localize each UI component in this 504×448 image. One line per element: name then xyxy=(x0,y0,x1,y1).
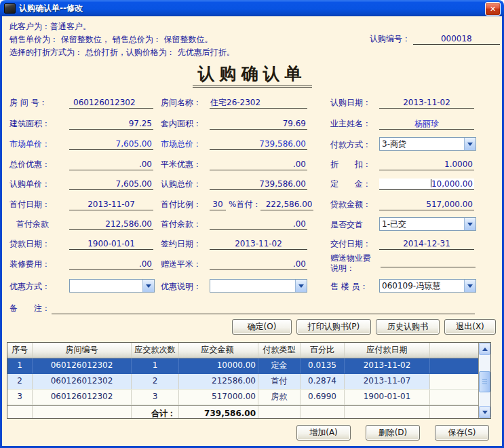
owner-name-field[interactable]: 杨丽珍 xyxy=(379,118,474,130)
gift-sqm-label: 赠送平米： xyxy=(161,259,210,270)
scrollbar-thumb[interactable] xyxy=(479,371,490,392)
inner-area-field[interactable]: 79.69 xyxy=(210,118,307,130)
purchase-unit-price-label: 认购单价： xyxy=(9,179,69,190)
payment-method-dropdown-icon[interactable] xyxy=(464,138,476,150)
build-area-field[interactable]: 97.25 xyxy=(69,118,153,130)
discount-method-select[interactable] xyxy=(69,279,155,293)
first-pay-ratio-label: 首付比例： xyxy=(161,199,210,210)
first-pay-balance-left-field[interactable]: 212,586.00 xyxy=(69,219,153,230)
cell-room-no: 060126012302 xyxy=(33,358,132,373)
col-header-seq[interactable]: 序号 xyxy=(7,343,33,358)
window-title: 认购确认单--修改 xyxy=(19,3,83,14)
cell-installment: 1 xyxy=(132,358,179,373)
purchase-unit-price-field[interactable]: 7,605.00 xyxy=(69,179,153,190)
cell-percent: 0.0135 xyxy=(301,358,345,373)
discount-field[interactable]: 1.0000 xyxy=(379,159,474,170)
cell-pay-type: 定金 xyxy=(258,358,301,373)
cell-seq: 2 xyxy=(7,374,33,389)
vertical-scrollbar[interactable] xyxy=(478,343,490,418)
order-no-label: 认购编号： xyxy=(370,33,410,45)
col-header-amount[interactable]: 应交金额 xyxy=(179,343,258,358)
payment-method-select[interactable]: 3-商贷 xyxy=(379,137,476,151)
col-header-due-date[interactable]: 应付款日期 xyxy=(345,343,430,358)
paid-first-label: 是否交首 xyxy=(330,219,379,231)
title-bar[interactable]: 认购确认单--修改 ✕ xyxy=(0,0,504,16)
col-header-pay-type[interactable]: 付款类型 xyxy=(258,343,301,358)
remark-label: 备 注： xyxy=(9,303,52,314)
salesperson-label: 售 楼 员： xyxy=(330,281,379,293)
cell-blank xyxy=(430,374,478,389)
decoration-fee-label: 装修费用： xyxy=(9,259,69,270)
first-pay-balance-mid-field[interactable]: .00 xyxy=(210,219,307,230)
close-icon[interactable]: ✕ xyxy=(485,2,501,16)
history-purchase-button[interactable]: 历史认购书 xyxy=(376,319,440,335)
col-header-room-no[interactable]: 房间编号 xyxy=(33,343,132,358)
paid-first-dropdown-icon[interactable] xyxy=(464,218,476,230)
payment-schedule-table: 序号 房间编号 应交款次数 应交金额 付款类型 百分比 应付款日期 1 0601… xyxy=(7,342,491,419)
order-no-value[interactable]: 000018 xyxy=(413,33,500,45)
delivery-date-field[interactable]: 2014-12-31 xyxy=(379,238,474,250)
scrollbar-track[interactable] xyxy=(479,355,490,406)
exit-button[interactable]: 退出(X) xyxy=(444,319,496,335)
salesperson-select[interactable]: 060109-冯琼慧 xyxy=(379,279,476,293)
gift-sqm-field[interactable]: .00 xyxy=(210,259,307,270)
col-header-blank xyxy=(430,343,478,358)
gift-property-note-field[interactable] xyxy=(381,256,476,267)
room-no-field[interactable]: 060126012302 xyxy=(69,97,153,109)
first-pay-date-field[interactable]: 2013-11-07 xyxy=(69,199,153,210)
table-row[interactable]: 1 060126012302 1 10000.00 定金 0.0135 2013… xyxy=(7,358,478,374)
purchase-date-field[interactable]: 2013-11-02 xyxy=(379,97,474,109)
decoration-fee-field[interactable]: .00 xyxy=(69,259,153,270)
room-no-label: 房 间 号： xyxy=(9,97,69,109)
remark-field[interactable] xyxy=(52,303,475,314)
info-customer-type: 此客户为：普通客户。 xyxy=(9,21,91,33)
deposit-field[interactable]: 10,000.00 xyxy=(379,179,474,190)
first-pay-amount-field[interactable]: 222,586.00 xyxy=(260,199,313,210)
confirm-button[interactable]: 确定(O) xyxy=(232,319,292,335)
cell-due-date: 1900-01-01 xyxy=(345,390,430,405)
total-value: 739,586.00 xyxy=(179,406,258,418)
gift-property-note-label-1: 赠送物业费 xyxy=(330,253,371,263)
delivery-date-label: 交付日期： xyxy=(330,238,379,250)
cell-amount: 10000.00 xyxy=(179,358,258,373)
discount-note-select[interactable] xyxy=(210,279,307,293)
paid-first-select[interactable]: 1-已交 xyxy=(379,217,476,231)
table-row[interactable]: 2 060126012302 2 212586.00 首付 0.2874 201… xyxy=(7,374,478,390)
cell-amount: 517000.00 xyxy=(179,390,258,405)
page-title: 认购确认单 xyxy=(193,64,312,88)
market-total-price-field[interactable]: 739,586.00 xyxy=(210,138,307,150)
add-button[interactable]: 增加(A) xyxy=(296,425,351,441)
salesperson-dropdown-icon[interactable] xyxy=(464,280,476,292)
print-purchase-button[interactable]: 打印认购书(P) xyxy=(296,319,371,335)
total-label: 合计： xyxy=(132,406,179,418)
table-row[interactable]: 3 060126012302 3 517000.00 房款 0.6990 190… xyxy=(7,390,478,405)
col-header-percent[interactable]: 百分比 xyxy=(301,343,345,358)
first-pay-ratio-field[interactable]: 30 xyxy=(210,199,226,210)
scroll-up-icon[interactable] xyxy=(479,343,490,355)
app-icon xyxy=(4,3,16,14)
room-name-field[interactable]: 住宅26-2302 xyxy=(210,97,307,109)
cell-blank xyxy=(430,390,478,405)
delete-button[interactable]: 删除(D) xyxy=(366,425,420,441)
total-discount-field[interactable]: .00 xyxy=(69,159,153,170)
discount-method-dropdown-icon[interactable] xyxy=(142,280,154,292)
cell-seq: 1 xyxy=(7,358,33,373)
table-header-row: 序号 房间编号 应交款次数 应交金额 付款类型 百分比 应付款日期 xyxy=(7,343,478,358)
discount-note-dropdown-icon[interactable] xyxy=(295,280,307,292)
room-name-label: 房间名称： xyxy=(161,97,210,109)
cell-installment: 3 xyxy=(132,390,179,405)
market-unit-price-field[interactable]: 7,605.00 xyxy=(69,138,153,150)
deposit-label: 定 金： xyxy=(330,179,379,190)
first-pay-date-label: 首付日期： xyxy=(9,199,69,210)
scroll-down-icon[interactable] xyxy=(479,406,490,418)
info-discount-mode: 选择的打折方式为： 总价打折，认购价格为： 先优惠后打折。 xyxy=(9,47,235,58)
col-header-installment[interactable]: 应交款次数 xyxy=(132,343,179,358)
market-unit-price-label: 市场单价： xyxy=(9,138,69,150)
sqm-discount-field[interactable]: .00 xyxy=(210,159,307,170)
sign-date-field[interactable]: 2013-11-02 xyxy=(210,238,307,250)
purchase-total-price-field[interactable]: 739,586.00 xyxy=(210,179,307,190)
save-button[interactable]: 保存(S) xyxy=(435,425,489,441)
loan-amount-field[interactable]: 517,000.00 xyxy=(379,199,474,210)
first-pay-unit-label: %首付： xyxy=(226,199,260,210)
loan-date-field[interactable]: 1900-01-01 xyxy=(69,238,153,250)
